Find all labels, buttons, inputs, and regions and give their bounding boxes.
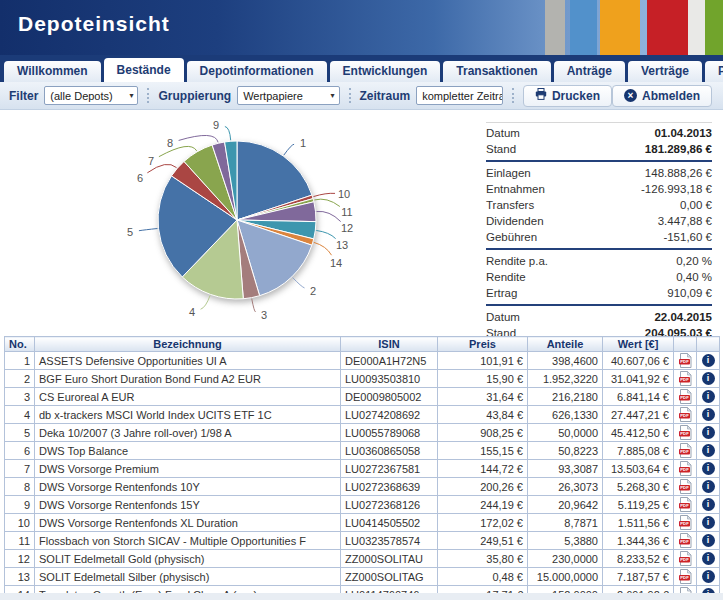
pie-label-11: 11 bbox=[341, 206, 352, 218]
pdf-icon[interactable]: PDF bbox=[679, 497, 692, 512]
cell-pdf: PDF bbox=[674, 514, 697, 532]
info-icon[interactable]: i bbox=[702, 444, 715, 457]
info-icon[interactable]: i bbox=[702, 534, 715, 547]
svg-text:PDF: PDF bbox=[680, 557, 689, 562]
grouping-label: Gruppierung bbox=[158, 89, 231, 103]
svg-text:PDF: PDF bbox=[680, 575, 689, 580]
info-icon[interactable]: i bbox=[702, 390, 715, 403]
summary-value: 0,00 € bbox=[680, 197, 712, 213]
cell-isin: LU0055789068 bbox=[341, 424, 438, 442]
summary-label: Dividenden bbox=[486, 213, 544, 229]
tab-transaktionen[interactable]: Transaktionen bbox=[443, 61, 550, 82]
cell-anteile: 1.952,3220 bbox=[528, 370, 603, 388]
print-button[interactable]: Drucken bbox=[523, 85, 612, 107]
pdf-icon[interactable]: PDF bbox=[679, 515, 692, 530]
leader-line-8 bbox=[179, 135, 218, 142]
info-icon[interactable]: i bbox=[702, 516, 715, 529]
cell-anteile: 216,2180 bbox=[528, 388, 603, 406]
depoteinsicht-page: Depoteinsicht WillkommenBeständeDepotinf… bbox=[0, 0, 723, 600]
cell-pdf: PDF bbox=[674, 388, 697, 406]
tab-bestaende[interactable]: Bestände bbox=[104, 58, 184, 82]
summary-divider bbox=[486, 248, 712, 250]
cell-info: i bbox=[697, 442, 720, 460]
cell-bezeichnung: db x-trackers MSCI World Index UCITS ETF… bbox=[35, 406, 341, 424]
pdf-icon[interactable]: PDF bbox=[679, 353, 692, 368]
period-select[interactable]: kompletter Zeitra ▾ bbox=[416, 86, 503, 105]
tab-entwicklungen[interactable]: Entwicklungen bbox=[330, 61, 441, 82]
cell-anteile: 5,3880 bbox=[528, 532, 603, 550]
cell-no: 6 bbox=[5, 442, 35, 460]
column-header-preis: Preis bbox=[438, 337, 528, 352]
cell-info: i bbox=[697, 568, 720, 586]
pdf-icon[interactable]: PDF bbox=[679, 389, 692, 404]
cell-no: 1 bbox=[5, 352, 35, 370]
page-title: Depoteinsicht bbox=[18, 12, 170, 36]
pdf-icon[interactable]: PDF bbox=[679, 569, 692, 584]
pdf-icon[interactable]: PDF bbox=[679, 479, 692, 494]
cell-info: i bbox=[697, 514, 720, 532]
tab-depotinformationen[interactable]: Depotinformationen bbox=[187, 61, 327, 82]
summary-value: 3.447,88 € bbox=[658, 213, 712, 229]
summary-value: 148.888,26 € bbox=[645, 165, 712, 181]
cell-bezeichnung: DWS Vorsorge Rentenfonds 15Y bbox=[35, 496, 341, 514]
summary-value: 0,40 % bbox=[676, 269, 712, 285]
cell-wert: 27.447,21 € bbox=[603, 406, 674, 424]
svg-text:PDF: PDF bbox=[680, 359, 689, 364]
pdf-icon[interactable]: PDF bbox=[679, 443, 692, 458]
column-header-bezeichnung: Bezeichnung bbox=[35, 337, 341, 352]
table-row: 9DWS Vorsorge Rentenfonds 15YLU027236812… bbox=[5, 496, 720, 514]
tab-vertraege[interactable]: Verträge bbox=[628, 61, 702, 82]
summary-label: Transfers bbox=[486, 197, 534, 213]
pdf-icon[interactable]: PDF bbox=[679, 551, 692, 566]
tab-bar: WillkommenBeständeDepotinformationenEntw… bbox=[0, 55, 723, 82]
info-icon[interactable]: i bbox=[702, 498, 715, 511]
svg-text:PDF: PDF bbox=[680, 539, 689, 544]
pdf-icon[interactable]: PDF bbox=[679, 425, 692, 440]
info-icon[interactable]: i bbox=[702, 354, 715, 367]
decor-bar-orange bbox=[600, 0, 640, 55]
cell-bezeichnung: SOLIT Edelmetall Gold (physisch) bbox=[35, 550, 341, 568]
filter-toolbar: Filter (alle Depots) ▾ Gruppierung Wertp… bbox=[0, 82, 723, 110]
tab-antraege[interactable]: Anträge bbox=[554, 61, 625, 82]
pdf-icon[interactable]: PDF bbox=[679, 371, 692, 386]
pdf-icon[interactable]: PDF bbox=[679, 533, 692, 548]
info-icon[interactable]: i bbox=[702, 462, 715, 475]
cell-preis: 101,91 € bbox=[438, 352, 528, 370]
cell-anteile: 50,0000 bbox=[528, 424, 603, 442]
info-icon[interactable]: i bbox=[702, 552, 715, 565]
print-button-label: Drucken bbox=[552, 89, 600, 103]
info-icon[interactable]: i bbox=[702, 426, 715, 439]
svg-text:PDF: PDF bbox=[680, 395, 689, 400]
info-icon[interactable]: i bbox=[702, 570, 715, 583]
cell-preis: 15,90 € bbox=[438, 370, 528, 388]
cell-pdf: PDF bbox=[674, 550, 697, 568]
cell-bezeichnung: DWS Vorsorge Premium bbox=[35, 460, 341, 478]
info-icon[interactable]: i bbox=[702, 408, 715, 421]
summary-value: 22.04.2015 bbox=[654, 309, 712, 325]
info-icon[interactable]: i bbox=[702, 480, 715, 493]
cell-preis: 0,48 € bbox=[438, 568, 528, 586]
summary-label: Datum bbox=[486, 309, 520, 325]
cell-anteile: 8,7871 bbox=[528, 514, 603, 532]
table-row: 1ASSETS Defensive Opportunities UI ADE00… bbox=[5, 352, 720, 370]
cell-pdf: PDF bbox=[674, 532, 697, 550]
cell-info: i bbox=[697, 478, 720, 496]
cell-info: i bbox=[697, 370, 720, 388]
table-row: 7DWS Vorsorge PremiumLU0272367581144,72 … bbox=[5, 460, 720, 478]
cell-bezeichnung: ASSETS Defensive Opportunities UI A bbox=[35, 352, 341, 370]
column-header-icons bbox=[674, 337, 697, 352]
cell-preis: 43,84 € bbox=[438, 406, 528, 424]
pdf-icon[interactable]: PDF bbox=[679, 461, 692, 476]
grouping-select[interactable]: Wertpapiere ▾ bbox=[237, 86, 339, 105]
tab-willkommen[interactable]: Willkommen bbox=[4, 61, 101, 82]
tab-postbox[interactable]: Postbox bbox=[705, 61, 723, 82]
cell-wert: 7.885,08 € bbox=[603, 442, 674, 460]
column-header-no: No. bbox=[5, 337, 35, 352]
logout-button[interactable]: × Abmelden bbox=[612, 85, 712, 107]
summary-label: Stand bbox=[486, 141, 516, 157]
info-icon[interactable]: i bbox=[702, 372, 715, 385]
cell-no: 11 bbox=[5, 532, 35, 550]
filter-select[interactable]: (alle Depots) ▾ bbox=[44, 86, 138, 105]
pdf-icon[interactable]: PDF bbox=[679, 407, 692, 422]
summary-value: -151,60 € bbox=[663, 229, 712, 245]
